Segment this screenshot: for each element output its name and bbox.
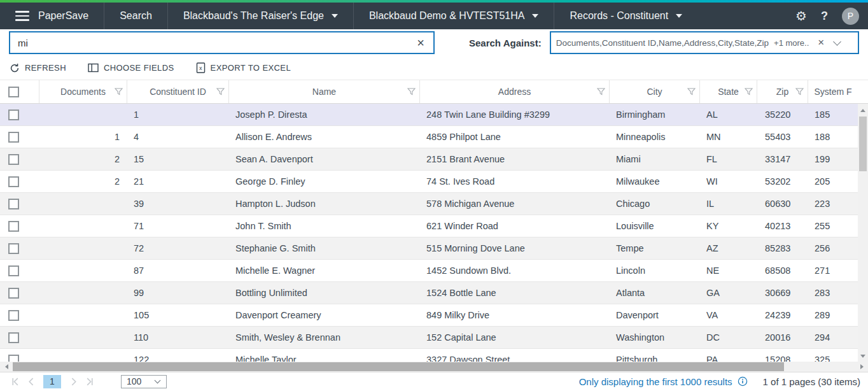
- column-header-address[interactable]: Address: [420, 80, 610, 103]
- filter-icon[interactable]: [687, 88, 696, 95]
- cell-zip: 53202: [757, 171, 808, 192]
- table-row[interactable]: 1 Joseph P. Diresta 248 Twin Lane Buildi…: [0, 104, 868, 126]
- svg-text:x: x: [199, 65, 202, 71]
- table-row[interactable]: 2 21 George D. Finley 74 St. Ives Road M…: [0, 171, 868, 193]
- previous-page-button[interactable]: [23, 374, 39, 388]
- last-page-button[interactable]: [81, 374, 98, 388]
- cell-constituent-id: 4: [127, 126, 229, 148]
- cell-address: 74 St. Ives Road: [420, 171, 610, 192]
- page-summary: 1 of 1 pages (30 items): [763, 376, 860, 387]
- cell-name: Allison E. Andrews: [229, 126, 420, 148]
- row-checkbox[interactable]: [8, 243, 19, 254]
- more-fields-badge[interactable]: +1 more..: [774, 38, 809, 48]
- cell-name: John T. Smith: [229, 215, 420, 237]
- row-checkbox[interactable]: [8, 176, 19, 187]
- cell-state: KY: [700, 215, 757, 237]
- page-size-select[interactable]: 100: [121, 375, 167, 388]
- brand-home[interactable]: PaperSave: [0, 3, 104, 29]
- table-row[interactable]: 71 John T. Smith 621 Winder Road Louisvi…: [0, 215, 868, 237]
- nav-actions: ⚙ ? P: [795, 3, 868, 29]
- table-row[interactable]: 72 Stephanie G. Smith 515 Morning Dove L…: [0, 237, 868, 260]
- row-checkbox[interactable]: [8, 132, 19, 143]
- filter-icon[interactable]: [597, 88, 605, 95]
- clear-search-icon[interactable]: ×: [408, 36, 433, 49]
- filter-icon[interactable]: [115, 88, 123, 95]
- cell-constituent-id: 1: [127, 104, 229, 125]
- scroll-down-arrow[interactable]: [858, 351, 868, 361]
- refresh-icon: [10, 63, 20, 73]
- first-page-button[interactable]: [6, 374, 23, 388]
- search-input[interactable]: [10, 38, 408, 48]
- horizontal-scrollbar[interactable]: [0, 362, 868, 372]
- filter-icon[interactable]: [216, 88, 225, 95]
- scroll-up-arrow[interactable]: [858, 105, 868, 115]
- refresh-button[interactable]: REFRESH: [10, 63, 66, 73]
- row-checkbox[interactable]: [8, 265, 19, 276]
- cell-zip: 30669: [757, 282, 808, 304]
- cell-address: 1524 Bottle Lane: [420, 282, 610, 304]
- cell-zip: 55403: [757, 126, 808, 148]
- row-checkbox[interactable]: [8, 110, 19, 120]
- user-avatar[interactable]: P: [842, 8, 859, 25]
- export-to-excel-button[interactable]: x EXPORT TO EXCEL: [196, 62, 291, 73]
- search-against-dropdown[interactable]: Documents,Constituent ID,Name,Address,Ci…: [550, 31, 859, 54]
- table-row[interactable]: 122 Michelle Taylor 3327 Dawson Street P…: [0, 349, 868, 362]
- current-page-button[interactable]: 1: [43, 375, 61, 388]
- tab-search[interactable]: Search: [104, 3, 168, 29]
- table-row[interactable]: 2 15 Sean A. Davenport 2151 Brant Avenue…: [0, 148, 868, 171]
- choose-fields-button[interactable]: CHOOSE FIELDS: [88, 63, 174, 73]
- help-icon[interactable]: ?: [821, 10, 828, 23]
- filter-icon[interactable]: [407, 88, 416, 95]
- column-header-documents[interactable]: Documents: [39, 80, 127, 103]
- filter-icon[interactable]: [795, 88, 804, 95]
- cell-state: AL: [700, 104, 757, 125]
- table-row[interactable]: 39 Hampton L. Judson 578 Michigan Avenue…: [0, 193, 868, 215]
- menu-database[interactable]: Blackbaud Demo & HVTEST51HA: [354, 3, 555, 29]
- menu-record-type[interactable]: Records - Constituent: [554, 3, 697, 29]
- table-row[interactable]: 1 4 Allison E. Andrews 4859 Philpot Lane…: [0, 126, 868, 148]
- cell-city: Louisville: [610, 215, 700, 237]
- info-icon[interactable]: [738, 376, 748, 386]
- row-checkbox[interactable]: [8, 199, 19, 209]
- select-all-checkbox[interactable]: [8, 87, 19, 97]
- column-header-name[interactable]: Name: [229, 80, 420, 103]
- chevron-down-icon[interactable]: [833, 38, 841, 46]
- column-header-constituent-id[interactable]: Constituent ID: [127, 80, 229, 103]
- hamburger-menu-icon[interactable]: [15, 11, 29, 21]
- column-header-zip[interactable]: Zip: [757, 80, 808, 103]
- scroll-right-arrow[interactable]: [857, 362, 867, 372]
- filter-icon[interactable]: [745, 88, 753, 95]
- table-row[interactable]: 87 Michelle E. Wagner 1452 Sundown Blvd.…: [0, 260, 868, 282]
- table-row[interactable]: 99 Bottling Unlimited 1524 Bottle Lane A…: [0, 282, 868, 304]
- results-limit-link[interactable]: Only displaying the first 1000 results: [579, 376, 732, 387]
- table-row[interactable]: 105 Davenport Creamery 849 Milky Drive D…: [0, 304, 868, 327]
- next-page-button[interactable]: [65, 374, 81, 388]
- vertical-scroll-thumb[interactable]: [859, 117, 867, 171]
- settings-gear-icon[interactable]: ⚙: [795, 8, 807, 24]
- column-header-state[interactable]: State: [700, 80, 757, 103]
- row-checkbox[interactable]: [8, 332, 19, 343]
- cell-documents: [39, 260, 127, 281]
- cell-state: AZ: [700, 237, 757, 259]
- menu-host-application-label: Blackbaud's The Raiser's Edge: [183, 10, 324, 22]
- scroll-left-arrow[interactable]: [1, 362, 11, 372]
- menu-host-application[interactable]: Blackbaud's The Raiser's Edge: [168, 3, 354, 29]
- vertical-scrollbar[interactable]: [858, 104, 868, 362]
- row-checkbox-cell: [0, 148, 39, 170]
- row-checkbox[interactable]: [8, 355, 19, 362]
- cell-name: Bottling Unlimited: [229, 282, 420, 304]
- row-checkbox-cell: [0, 327, 39, 348]
- row-checkbox[interactable]: [8, 221, 19, 232]
- chevron-down-icon: [676, 14, 682, 18]
- table-row[interactable]: 110 Smith, Wesley & Brennan 152 Capital …: [0, 327, 868, 349]
- row-checkbox[interactable]: [8, 154, 19, 165]
- row-checkbox[interactable]: [8, 288, 19, 299]
- column-header-city[interactable]: City: [610, 80, 700, 103]
- cell-constituent-id: 110: [127, 327, 229, 348]
- cell-zip: 60630: [757, 193, 808, 215]
- column-label: City: [647, 87, 662, 97]
- clear-fields-icon[interactable]: ×: [818, 36, 824, 49]
- column-header-system[interactable]: System F: [808, 80, 858, 103]
- row-checkbox[interactable]: [8, 310, 19, 321]
- horizontal-scroll-thumb[interactable]: [13, 362, 784, 371]
